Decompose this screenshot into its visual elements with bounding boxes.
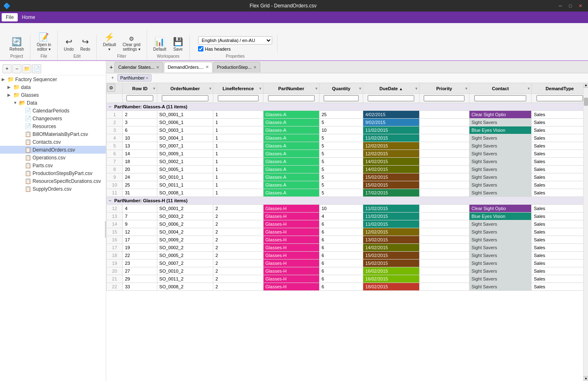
grid-container[interactable]: ⚙ Row ID ▼ OrderNumber ▼ LineReference ▼ [106,83,588,381]
table-row[interactable]: 18 22 SO_0005_2 2 Glasses-H 6 15/02/2015… [107,252,588,259]
col-linereference-header[interactable]: LineReference ▼ [213,83,263,94]
scrollbar-track[interactable]: ▲ ▼ [583,83,588,381]
sidebar-item-demand-orders[interactable]: 📋 DemandOrders.csv [0,146,106,154]
filter-icon-due: ▼ [415,86,418,91]
sidebar-item-production-steps[interactable]: 📋 ProductionStepsByPart.csv [0,169,106,177]
col-partnumber-header[interactable]: PartNumber ▼ [263,83,319,94]
table-row[interactable]: 1 2 SO_0001_1 1 Glasses-A 25 4/02/2015 C… [107,111,588,119]
add-tab-button[interactable]: + [108,64,114,70]
maximize-button[interactable]: □ [566,2,575,9]
add-item-button[interactable]: + [2,64,12,73]
cell-contact: Sight Savers [469,142,532,150]
close-tab-production[interactable]: ✕ [253,65,257,70]
grid-settings-button[interactable]: ⚙ [107,84,115,92]
sidebar-item-factory-sequencer[interactable]: ▶ 📁 Factory Sequencer [0,75,106,83]
sidebar-item-operations[interactable]: 📋 Operations.csv [0,154,106,161]
sidebar-item-data-sub[interactable]: ▼ 📂 Data [0,99,106,107]
default-filter-button[interactable]: ⚡ Default▾ [100,30,119,53]
sidebar-item-bill-of-materials[interactable]: 📋 BillOfMaterialsByPart.csv [0,130,106,138]
table-row[interactable]: 12 4 SO_0001_2 2 Glasses-H 10 11/02/2015… [107,205,588,213]
filter-input-qty[interactable] [324,95,359,101]
col-ordernumber-header[interactable]: OrderNumber ▼ [157,83,213,94]
close-tab-calendar[interactable]: ✕ [156,65,159,70]
tab-demand-orders[interactable]: DemandOrders.... ✕ [164,62,212,72]
table-row[interactable]: 5 13 SO_0007_1 1 Glasses-A 5 12/02/2015 … [107,142,588,150]
pin-tab-partnumber[interactable]: PartNumber ✕ [117,74,152,82]
scroll-down-button[interactable]: ▼ [583,376,588,381]
filter-input-contact[interactable] [474,95,527,101]
has-headers-checkbox[interactable] [198,46,203,51]
filter-input-demandtype[interactable] [537,95,583,101]
col-duedate-header[interactable]: DueDate ▲ ▼ [363,83,419,94]
table-row[interactable]: 21 29 SO_0011_2 2 Glasses-H 6 16/02/2015… [107,275,588,283]
table-row[interactable]: 16 17 SO_0009_2 2 Glasses-H 6 13/02/2015… [107,236,588,244]
menu-file[interactable]: File [2,13,18,21]
group-collapse-icon[interactable]: − [109,198,111,203]
sidebar-item-changeovers[interactable]: 📄 Changeovers [0,115,106,122]
sidebar-item-parts[interactable]: 📋 Parts.csv [0,161,106,169]
table-row[interactable]: 11 31 SO_0008_1 1 Glasses-A 5 17/02/2015… [107,189,588,197]
table-row[interactable]: 19 23 SO_0007_2 2 Glasses-H 6 15/02/2015… [107,259,588,267]
refresh-button[interactable]: 🔄 Refresh [7,35,27,53]
clear-grid-button[interactable]: ⚙ Clear gridsettings ▾ [120,34,143,53]
file-button[interactable]: 📄 [32,64,41,73]
table-row[interactable]: 15 12 SO_0004_2 2 Glasses-H 6 12/02/2015… [107,228,588,236]
table-row[interactable]: 17 19 SO_0002_2 2 Glasses-H 6 14/02/2015… [107,244,588,252]
sidebar-item-data[interactable]: ▶ 📁 data [0,83,106,91]
cell-linereference: 1 [213,142,263,150]
sidebar-item-supply-orders[interactable]: 📋 SupplyOrders.csv [0,185,106,193]
table-row[interactable]: 9 24 SO_0010_1 1 Glasses-A 5 15/02/2015 … [107,173,588,181]
cell-rowid: 25 [123,181,157,189]
filter-input-priority[interactable] [424,95,464,101]
cell-contact: Sight Savers [469,181,532,189]
table-row[interactable]: 14 9 SO_0006_2 2 Glasses-H 6 11/02/2015 … [107,220,588,228]
sidebar-item-contacts[interactable]: 📋 Contacts.csv [0,138,106,146]
table-row[interactable]: 4 10 SO_0004_1 1 Glasses-A 5 11/02/2015 … [107,134,588,142]
table-row[interactable]: 20 27 SO_0010_2 2 Glasses-H 6 16/02/2015… [107,267,588,275]
table-row[interactable]: 10 25 SO_0011_1 1 Glasses-A 5 15/02/2015… [107,181,588,189]
scrollbar-thumb[interactable] [584,98,588,106]
col-contact-header[interactable]: Contact ▼ [469,83,532,94]
col-priority-header[interactable]: Priority ▼ [419,83,469,94]
open-in-editor-button[interactable]: 📝 Open ineditor ▾ [34,30,54,53]
save-button[interactable]: 💾 Save [170,35,186,53]
language-select[interactable]: English (Australia) / en-AU [198,36,272,44]
table-row[interactable]: 3 6 SO_0003_1 1 Glasses-A 10 11/02/2015 … [107,126,588,134]
remove-item-button[interactable]: − [12,64,21,73]
cell-duedate: 11/02/2015 [363,126,419,134]
table-row[interactable]: 6 14 SO_0009_1 1 Glasses-A 5 12/02/2015 … [107,150,588,158]
filter-input-part[interactable] [268,95,315,101]
sidebar-item-calendarperiods[interactable]: 📄 CalendarPeriods [0,107,106,115]
table-row[interactable]: 13 7 SO_0003_2 2 Glasses-H 4 11/02/2015 … [107,213,588,220]
col-rowid-header[interactable]: Row ID ▼ [123,83,157,94]
table-row[interactable]: 22 33 SO_0008_2 2 Glasses-H 6 18/02/2015… [107,283,588,291]
add-pin-button[interactable]: + [110,75,116,81]
scroll-up-button[interactable]: ▲ [583,83,588,88]
filter-input-lineref[interactable] [218,95,259,101]
undo-button[interactable]: ↩ Undo [61,35,77,53]
filter-input-order[interactable] [162,95,208,101]
folder-button[interactable]: 📁 [22,64,31,73]
close-tab-demand[interactable]: ✕ [205,65,209,69]
filter-input-rowid[interactable] [126,95,153,101]
sidebar-item-resources[interactable]: 📄 Resources [0,122,106,130]
close-pin-button[interactable]: ✕ [145,76,149,80]
col-demandtype-header[interactable]: DemandType ▼ [532,83,588,94]
tab-production-steps[interactable]: ProductionStep... ✕ [213,62,260,72]
table-row[interactable]: 2 3 SO_0006_1 1 Glasses-A 5 9/02/2015 Si… [107,119,588,126]
col-quantity-header[interactable]: Quantity ▼ [320,83,363,94]
redo-button[interactable]: ↪ Redo [77,35,93,53]
table-row[interactable]: 8 20 SO_0005_1 1 Glasses-A 5 14/02/2015 … [107,166,588,173]
minimize-button[interactable]: ─ [556,2,565,9]
sidebar-item-resource-durations[interactable]: 📋 ResourceSpecificDurations.csv [0,177,106,185]
group-collapse-icon[interactable]: − [109,104,111,109]
tab-calendar-states[interactable]: Calendar States... ✕ [114,62,163,72]
sidebar-item-glasses[interactable]: ▶ 📁 Glasses [0,91,106,99]
menu-home[interactable]: Home [18,13,39,21]
close-button[interactable]: ✕ [576,2,585,9]
default-ws-button[interactable]: 📊 Default [150,35,169,53]
filter-demandtype [532,94,588,103]
cell-priority [419,173,469,181]
table-row[interactable]: 7 18 SO_0002_1 1 Glasses-A 5 14/02/2015 … [107,158,588,166]
filter-input-due[interactable] [368,95,414,101]
